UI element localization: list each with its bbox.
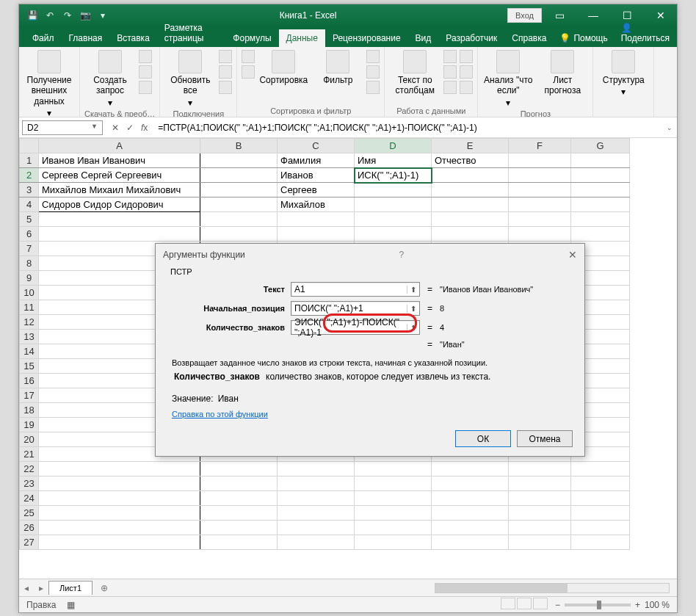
from-table-icon[interactable] <box>139 65 152 79</box>
col-header-A[interactable]: A <box>39 139 200 153</box>
cell-C24[interactable] <box>278 491 355 506</box>
cell-C2[interactable]: Иванов <box>278 168 355 183</box>
cell-A6[interactable] <box>39 227 200 242</box>
col-header-F[interactable]: F <box>509 139 571 153</box>
cell-C1[interactable]: Фамилия <box>278 153 355 168</box>
edit-links-icon[interactable] <box>219 81 232 94</box>
cell-E6[interactable] <box>432 227 509 242</box>
cell-A22[interactable] <box>39 462 200 477</box>
cell-A25[interactable] <box>39 506 200 521</box>
cell-F26[interactable] <box>509 521 571 535</box>
cell-A2[interactable]: Сергеев Сергей Сергеевич <box>39 168 200 183</box>
fx-icon[interactable]: fx <box>141 123 148 133</box>
row-header-26[interactable]: 26 <box>20 521 39 535</box>
cell-C5[interactable] <box>278 212 355 227</box>
manage-model-icon[interactable] <box>460 81 473 94</box>
cell-B4[interactable] <box>200 198 278 212</box>
cell-E4[interactable] <box>432 198 509 212</box>
pagebreak-view-icon[interactable] <box>533 598 548 609</box>
cell-C6[interactable] <box>278 227 355 242</box>
row-header-10[interactable]: 10 <box>20 286 39 300</box>
cell-F3[interactable] <box>509 183 571 198</box>
signin-button[interactable]: Вход <box>507 8 542 23</box>
select-all-corner[interactable] <box>20 139 39 153</box>
pagelayout-view-icon[interactable] <box>517 598 532 609</box>
tab-help[interactable]: Справка <box>504 29 554 47</box>
tab-home[interactable]: Главная <box>62 29 110 47</box>
enter-formula-icon[interactable]: ✓ <box>126 123 134 133</box>
cell-A24[interactable] <box>39 491 200 506</box>
row-header-22[interactable]: 22 <box>20 462 39 477</box>
namebox-dropdown-icon[interactable]: ▼ <box>91 123 98 133</box>
forecast-button[interactable]: Лист прогноза <box>537 50 588 96</box>
row-header-13[interactable]: 13 <box>20 330 39 344</box>
row-header-21[interactable]: 21 <box>20 447 39 462</box>
cell-A5[interactable] <box>39 212 200 227</box>
row-header-14[interactable]: 14 <box>20 344 39 359</box>
macro-record-icon[interactable]: ▦ <box>67 600 75 610</box>
tell-me[interactable]: 💡Помощь <box>554 29 613 47</box>
cell-D1[interactable]: Имя <box>355 153 432 168</box>
tab-file[interactable]: Файл <box>25 29 62 47</box>
collapse-icon[interactable]: ⬆ <box>407 305 416 313</box>
row-header-11[interactable]: 11 <box>20 300 39 315</box>
cancel-button[interactable]: Отмена <box>517 430 573 447</box>
tab-insert[interactable]: Вставка <box>109 29 157 47</box>
tab-pagelayout[interactable]: Разметка страницы <box>157 19 226 47</box>
dialog-titlebar[interactable]: Аргументы функции ? ✕ <box>156 244 584 266</box>
row-header-9[interactable]: 9 <box>20 271 39 286</box>
cell-F23[interactable] <box>509 477 571 491</box>
qat-dropdown-icon[interactable]: ▾ <box>97 10 109 21</box>
normal-view-icon[interactable] <box>501 598 515 609</box>
sort-button[interactable]: Сортировка <box>258 50 309 85</box>
cell-G25[interactable] <box>571 506 630 521</box>
cell-A1[interactable]: Иванов Иван Иванович <box>39 153 200 168</box>
cell-C22[interactable] <box>278 462 355 477</box>
cell-B24[interactable] <box>200 491 278 506</box>
relationships-icon[interactable] <box>460 65 473 79</box>
connections-icon[interactable] <box>219 50 232 63</box>
cell-D25[interactable] <box>355 506 432 521</box>
show-queries-icon[interactable] <box>139 50 152 63</box>
row-header-19[interactable]: 19 <box>20 418 39 432</box>
row-header-6[interactable]: 6 <box>20 227 39 242</box>
zoom-slider[interactable] <box>565 604 631 606</box>
cell-D24[interactable] <box>355 491 432 506</box>
cell-D2[interactable]: ИСК(" ";A1)-1) <box>355 168 432 183</box>
cell-E25[interactable] <box>432 506 509 521</box>
col-header-G[interactable]: G <box>571 139 630 153</box>
row-header-12[interactable]: 12 <box>20 315 39 330</box>
cell-G2[interactable] <box>571 168 630 183</box>
properties-icon[interactable] <box>219 65 232 79</box>
cell-G4[interactable] <box>571 198 630 212</box>
cell-G23[interactable] <box>571 477 630 491</box>
cell-C23[interactable] <box>278 477 355 491</box>
whatif-button[interactable]: Анализ "что если" ▾ <box>482 50 534 108</box>
col-header-C[interactable]: C <box>278 139 355 153</box>
row-header-23[interactable]: 23 <box>20 477 39 491</box>
clear-filter-icon[interactable] <box>366 50 380 63</box>
cell-G5[interactable] <box>571 212 630 227</box>
filter-button[interactable]: Фильтр <box>312 50 363 85</box>
collapse-icon[interactable]: ⬆ <box>407 286 416 294</box>
dialog-close-icon[interactable]: ✕ <box>568 249 577 261</box>
col-header-E[interactable]: E <box>432 139 509 153</box>
tab-data[interactable]: Данные <box>279 29 325 47</box>
cell-E24[interactable] <box>432 491 509 506</box>
tab-view[interactable]: Вид <box>408 29 439 47</box>
outline-button[interactable]: Структура ▾ <box>598 50 649 98</box>
row-header-27[interactable]: 27 <box>20 535 39 550</box>
cell-G6[interactable] <box>571 227 630 242</box>
cell-C3[interactable]: Сергеев <box>278 183 355 198</box>
sort-za-icon[interactable] <box>242 65 255 79</box>
cell-F5[interactable] <box>509 212 571 227</box>
reapply-icon[interactable] <box>366 65 380 79</box>
row-header-5[interactable]: 5 <box>20 212 39 227</box>
cell-B2[interactable] <box>200 168 278 183</box>
new-query-button[interactable]: Создать запрос ▾ <box>84 50 136 108</box>
cell-A3[interactable]: Михайлов Михаил Михайлович <box>39 183 200 198</box>
flash-fill-icon[interactable] <box>443 50 457 63</box>
cell-G24[interactable] <box>571 491 630 506</box>
cell-G27[interactable] <box>571 535 630 550</box>
cell-C27[interactable] <box>278 535 355 550</box>
